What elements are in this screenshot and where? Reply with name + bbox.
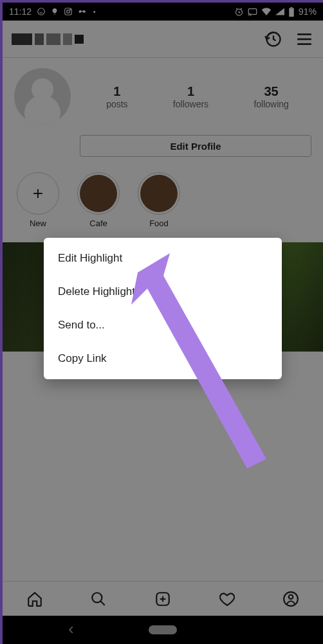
menu-edit-highlight[interactable]: Edit Highlight [44,242,282,275]
menu-delete-highlight[interactable]: Delete Highlight [44,275,282,309]
menu-edit-label: Edit Highlight [58,252,122,264]
menu-send-to[interactable]: Send to... [44,309,282,342]
menu-delete-label: Delete Highlight [58,285,135,298]
highlight-context-menu: Edit Highlight Delete Highlight Send to.… [44,238,282,379]
menu-copy-link[interactable]: Copy Link [44,342,282,375]
menu-send-label: Send to... [58,319,105,331]
menu-copy-label: Copy Link [58,352,107,364]
